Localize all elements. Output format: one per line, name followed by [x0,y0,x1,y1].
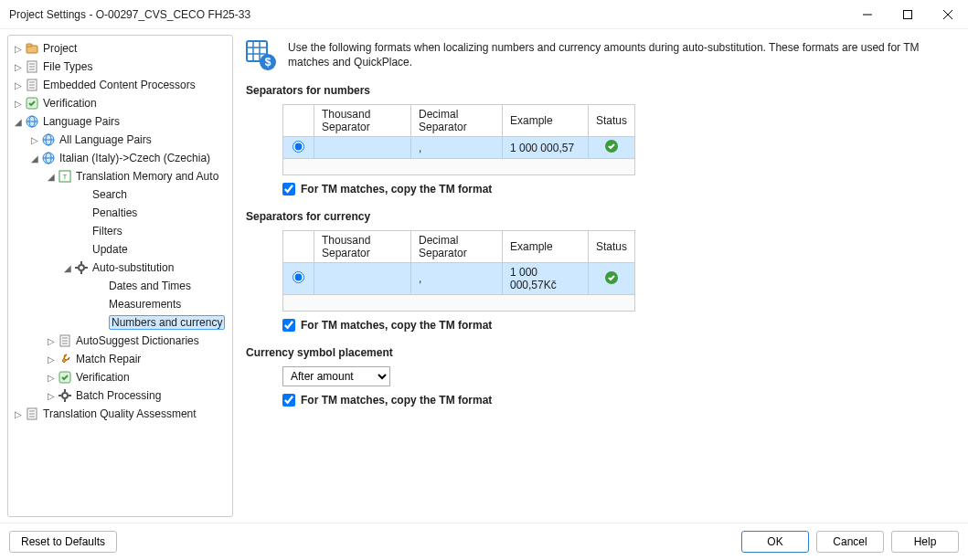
tree-item[interactable]: Measurements [8,295,232,313]
numbers-copy-tm-row[interactable]: For TM matches, copy the TM format [282,183,953,195]
tree-item[interactable]: ▷File Types [8,58,232,76]
maximize-button[interactable] [888,0,928,29]
tree-item-label: File Types [43,60,92,73]
tree-item-label: Numbers and currency [109,315,225,330]
numbers-section-title: Separators for numbers [246,84,953,97]
tree-item-label: Filters [92,225,122,238]
wrench-icon [58,352,72,366]
settings-tree[interactable]: ▷Project▷File Types▷Embedded Content Pro… [7,35,233,517]
tree-item-label: Batch Processing [76,389,161,402]
numbers-copy-tm-checkbox[interactable] [282,183,295,195]
tree-item-label: Search [92,188,127,201]
minimize-button[interactable] [847,0,888,29]
placement-copy-tm-label: For TM matches, copy the TM format [301,394,492,407]
check-icon [25,96,39,111]
lang-icon [41,132,56,147]
tree-item-label: Dates and Times [109,280,191,292]
currency-table: Thousand Separator Decimal Separator Exa… [282,230,635,312]
placement-section-title: Currency symbol placement [246,346,953,359]
ok-button[interactable]: OK [741,531,809,553]
tree-item[interactable]: Update [8,240,232,259]
doc-icon [25,78,39,92]
check-icon [58,370,72,385]
tree-item[interactable]: Filters [8,222,232,240]
currency-example: 1 000 000,57Kč [503,263,589,295]
chevron-down-icon[interactable]: ◢ [45,172,58,182]
placement-copy-tm-checkbox[interactable] [282,394,295,407]
window-title: Project Settings - O-00297_CVS_CECO FH25… [9,8,847,21]
settings-icon [25,41,39,56]
reset-to-defaults-button[interactable]: Reset to Defaults [9,531,117,553]
no-icon [90,315,105,330]
numbers-decimal: , [411,137,503,159]
col-decimal: Decimal Separator [411,105,503,137]
chevron-right-icon[interactable]: ▷ [45,373,58,383]
close-button[interactable] [928,0,968,29]
numbers-table: Thousand Separator Decimal Separator Exa… [282,104,635,175]
svg-text:$: $ [265,56,271,69]
tree-item[interactable]: ▷Batch Processing [8,386,232,405]
no-icon [90,279,105,293]
chevron-right-icon[interactable]: ▷ [28,135,41,145]
tree-item[interactable]: ▷Match Repair [8,350,232,368]
tree-item[interactable]: ▷AutoSuggest Dictionaries [8,332,232,350]
chevron-right-icon[interactable]: ▷ [45,354,58,365]
svg-point-36 [62,393,68,398]
placement-copy-tm-row[interactable]: For TM matches, copy the TM format [282,394,953,407]
tree-item[interactable]: ◢Auto-substitution [8,259,232,277]
tree-item[interactable]: ◢Language Pairs [8,112,232,131]
tree-item[interactable]: ▷Verification [8,368,232,386]
tree-item[interactable]: Numbers and currency [8,313,232,332]
currency-copy-tm-row[interactable]: For TM matches, copy the TM format [282,319,953,332]
chevron-down-icon[interactable]: ◢ [28,153,41,164]
tree-item[interactable]: Dates and Times [8,277,232,295]
help-button[interactable]: Help [891,531,959,553]
svg-rect-5 [27,44,32,47]
tree-item[interactable]: ◢TTranslation Memory and Auto [8,167,232,185]
tree-item[interactable]: ▷Project [8,39,232,58]
tree-item[interactable]: ▷All Language Pairs [8,131,232,149]
no-icon [74,224,89,238]
chevron-right-icon[interactable]: ▷ [45,336,58,346]
currency-copy-tm-checkbox[interactable] [282,319,295,332]
footer: Reset to Defaults OK Cancel Help [0,523,968,560]
tree-item-label: Verification [76,371,130,384]
chevron-right-icon[interactable]: ▷ [12,62,25,72]
tree-item-label: Embedded Content Processors [43,79,196,91]
currency-decimal: , [411,263,503,295]
intro-text: Use the following formats when localizin… [288,40,953,71]
currency-section-title: Separators for currency [246,210,953,223]
chevron-right-icon[interactable]: ▷ [12,409,25,419]
tree-item[interactable]: ▷Embedded Content Processors [8,76,232,94]
placement-select[interactable]: After amount [282,366,390,386]
tree-item[interactable]: Penalties [8,204,232,222]
tree-item[interactable]: Search [8,185,232,204]
chevron-right-icon[interactable]: ▷ [12,99,25,109]
tree-item[interactable]: ▷Verification [8,94,232,112]
chevron-right-icon[interactable]: ▷ [45,391,58,401]
numbers-row-radio[interactable] [293,141,304,153]
chevron-right-icon[interactable]: ▷ [12,80,25,90]
tree-item-label: Translation Quality Assessment [43,407,197,420]
numbers-row[interactable]: , 1 000 000,57 [283,137,635,159]
svg-rect-1 [904,10,912,18]
chevron-down-icon[interactable]: ◢ [12,117,25,127]
col-example: Example [503,231,589,263]
chevron-right-icon[interactable]: ▷ [12,44,25,54]
svg-point-26 [79,265,84,270]
doc-icon [25,59,39,74]
tree-item[interactable]: ◢Italian (Italy)->Czech (Czechia) [8,149,232,167]
currency-row-radio[interactable] [293,271,304,283]
tree-item-label: Measurements [109,298,181,311]
tree-item[interactable]: ▷Translation Quality Assessment [8,405,232,423]
tree-item-label: Language Pairs [43,115,120,128]
tree-item-label: Project [43,42,77,55]
cancel-button[interactable]: Cancel [816,531,884,553]
no-icon [74,187,89,202]
currency-row[interactable]: , 1 000 000,57Kč [283,263,635,295]
tree-item-label: Update [92,243,128,256]
chevron-down-icon[interactable]: ◢ [61,263,74,273]
currency-thousand [314,263,411,295]
col-example: Example [503,105,589,137]
numbers-copy-tm-label: For TM matches, copy the TM format [301,183,492,195]
